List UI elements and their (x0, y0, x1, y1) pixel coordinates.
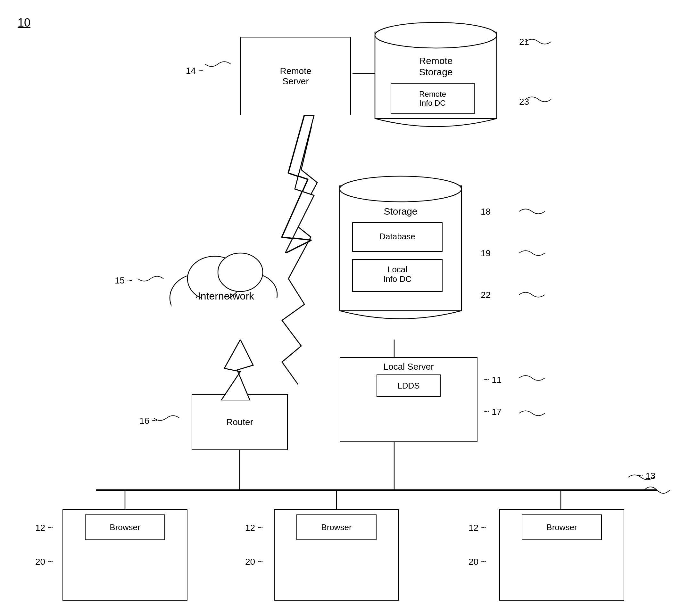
lightning-bolt-lower (218, 340, 259, 401)
diagram-ref-label: 10 (18, 16, 30, 29)
browser2-box: Browser (296, 514, 376, 540)
svg-point-19 (218, 253, 263, 291)
ref-12-c1: 12 ~ (35, 523, 53, 533)
lightning-bolt-upper (279, 115, 330, 253)
ref-13: ~ 13 (638, 471, 655, 481)
ref-17: ~ 17 (484, 407, 502, 417)
svg-text:Database: Database (380, 231, 415, 241)
client1-box: Client Browser (62, 509, 188, 601)
local-server-box: Local Server LDDS (340, 357, 477, 442)
local-server-label: Local Server (383, 362, 434, 372)
router-box: Router (192, 394, 288, 450)
svg-point-9 (375, 22, 497, 48)
svg-marker-31 (221, 340, 253, 401)
ref-19: 19 (481, 248, 491, 258)
svg-text:Remote: Remote (419, 56, 453, 66)
svg-text:Info DC: Info DC (383, 274, 412, 284)
ref-23: 23 (519, 97, 529, 107)
ref-14: 14 ~ (186, 66, 204, 76)
ref-16: 16 ~ (139, 416, 157, 426)
svg-text:Remote: Remote (419, 90, 446, 98)
ref-22: 22 (481, 290, 491, 300)
ref-20-c2: 20 ~ (245, 557, 263, 567)
svg-text:Local: Local (387, 265, 407, 274)
svg-text:Storage: Storage (384, 206, 417, 216)
router-label: Router (226, 417, 253, 427)
browser1-box: Browser (85, 514, 165, 540)
svg-text:Info DC: Info DC (419, 99, 445, 107)
ref-20-c1: 20 ~ (35, 557, 53, 567)
svg-point-23 (340, 176, 461, 202)
ldds-box: LDDS (376, 374, 441, 397)
svg-rect-20 (172, 298, 277, 333)
internetwork-cloud: Internetwork (138, 237, 298, 340)
ref-12-c3: 12 ~ (469, 523, 486, 533)
ref-18: 18 (481, 207, 491, 217)
remote-storage-cylinder: Remote Storage Remote Info DC (372, 19, 509, 141)
storage-cylinder: Storage Database Local Info DC (337, 173, 474, 340)
remote-server-box: RemoteServer (240, 37, 351, 115)
svg-text:Internetwork: Internetwork (198, 290, 254, 302)
remote-server-label: RemoteServer (280, 66, 311, 87)
browser3-box: Browser (522, 514, 602, 540)
svg-text:Storage: Storage (419, 66, 453, 77)
client3-box: Client Browser (499, 509, 624, 601)
ref-15: 15 ~ (115, 275, 132, 286)
ref-12-c2: 12 ~ (245, 523, 263, 533)
ref-20-c3: 20 ~ (469, 557, 486, 567)
ref-21: 21 (519, 37, 529, 47)
ref-11: ~ 11 (484, 375, 502, 385)
client2-box: Client Browser (274, 509, 399, 601)
network-diagram: 10 RemoteServer 14 ~ Remote Storage Remo… (0, 0, 697, 616)
